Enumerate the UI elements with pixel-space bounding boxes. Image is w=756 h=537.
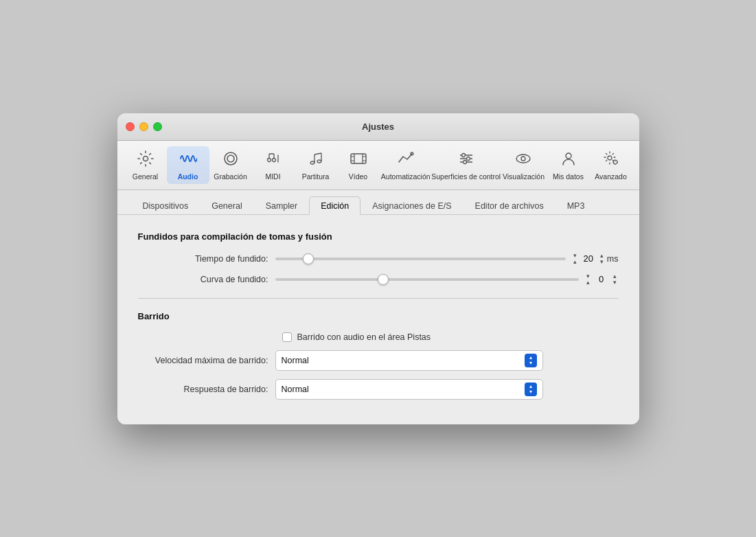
- window-controls: [126, 122, 162, 131]
- svg-rect-14: [351, 154, 366, 163]
- svg-point-27: [463, 160, 466, 163]
- toolbar-avanzado[interactable]: Avanzado: [590, 146, 632, 184]
- tab-editor[interactable]: Editor de archivos: [463, 196, 555, 215]
- tiempo-unit: ms: [607, 254, 619, 264]
- toolbar-avanzado-label: Avanzado: [595, 172, 627, 181]
- respuesta-arrow-down: ▾: [529, 389, 532, 395]
- respuesta-label: Respuesta de barrido:: [138, 385, 268, 394]
- toolbar-grabacion-label: Grabación: [214, 172, 247, 181]
- tiempo-value: 20: [580, 253, 597, 264]
- svg-point-9: [310, 161, 314, 164]
- toolbar-general-label: General: [133, 172, 158, 181]
- curva-down-btn[interactable]: ▾: [611, 279, 619, 286]
- toolbar-superficies[interactable]: Superficies de control: [432, 146, 500, 184]
- velocidad-arrow-down: ▾: [529, 361, 532, 366]
- minimize-button[interactable]: [139, 122, 148, 131]
- curva-arrows: ▾ ▴: [584, 273, 592, 286]
- curva-row: Curva de fundido: ▾ ▴ 0 ▴ ▾: [138, 273, 619, 286]
- svg-point-25: [461, 153, 465, 157]
- toolbar-visualizacion[interactable]: Visualización: [500, 146, 547, 184]
- toolbar-automatizacion-label: Automatización: [381, 172, 431, 181]
- close-button[interactable]: [126, 122, 135, 131]
- tab-edicion[interactable]: Edición: [309, 196, 360, 215]
- tab-asignaciones[interactable]: Asignaciones de E/S: [360, 196, 463, 215]
- content-area: Fundidos para compilación de tomas y fus…: [117, 215, 639, 424]
- velocidad-label: Velocidad máxima de barrido:: [138, 356, 268, 365]
- toolbar-partitura-label: Partitura: [302, 172, 330, 181]
- maximize-button[interactable]: [153, 122, 162, 131]
- curva-slider-container: ▾ ▴ 0 ▴ ▾: [275, 273, 619, 286]
- barrido-checkbox-label: Barrido con audio en el área Pistas: [297, 332, 431, 342]
- toolbar-grabacion[interactable]: Grabación: [209, 146, 252, 184]
- toolbar-misdatos[interactable]: Mis datos: [547, 146, 590, 184]
- barrido-checkbox[interactable]: [282, 332, 292, 342]
- velocidad-select-value: Normal: [282, 356, 525, 365]
- title-bar: Ajustes: [117, 113, 639, 141]
- toolbar-audio-label: Audio: [178, 172, 198, 181]
- toolbar-midi[interactable]: MIDI: [252, 146, 295, 184]
- tiempo-spinner: ▾ ▴ 20 ▴ ▾ ms: [571, 253, 619, 265]
- film-icon: [350, 150, 367, 170]
- eye-icon: [514, 150, 532, 170]
- record-icon: [222, 150, 240, 170]
- tiempo-slider-container: ▾ ▴ 20 ▴ ▾ ms: [275, 253, 619, 265]
- curva-value: 0: [593, 274, 610, 284]
- velocidad-select-arrows[interactable]: ▴ ▾: [525, 354, 537, 367]
- tiempo-slider[interactable]: [275, 258, 566, 260]
- gear-advanced-icon: [602, 150, 620, 170]
- svg-point-30: [566, 153, 571, 159]
- fundidos-section-title: Fundidos para compilación de tomas y fus…: [138, 231, 619, 242]
- tab-general[interactable]: General: [200, 196, 253, 215]
- toolbar-automatizacion[interactable]: Automatización: [380, 146, 432, 184]
- svg-point-1: [225, 152, 237, 165]
- settings-window: Ajustes General Audio: [117, 113, 639, 424]
- toolbar: General Audio Grabación: [117, 141, 639, 190]
- section-divider: [138, 298, 619, 299]
- svg-point-10: [317, 160, 321, 163]
- tab-sampler[interactable]: Sampler: [254, 196, 310, 215]
- velocidad-select[interactable]: Normal ▴ ▾: [275, 350, 543, 371]
- waveform-icon: [179, 150, 197, 170]
- toolbar-video[interactable]: Vídeo: [337, 146, 380, 184]
- midi-icon: [264, 150, 282, 170]
- auto-icon: [397, 150, 415, 170]
- notes-icon: [307, 150, 325, 170]
- tiempo-label: Tiempo de fundido:: [138, 254, 268, 264]
- tiempo-row: Tiempo de fundido: ▾ ▴ 20 ▴ ▾ ms: [138, 253, 619, 265]
- tiempo-arrows2: ▴ ▾: [598, 253, 606, 265]
- toolbar-visualizacion-label: Visualización: [503, 172, 545, 181]
- curva-slider[interactable]: [275, 278, 579, 281]
- tab-mp3[interactable]: MP3: [555, 196, 597, 215]
- toolbar-video-label: Vídeo: [349, 172, 367, 181]
- svg-point-31: [608, 156, 612, 160]
- tab-dispositivos[interactable]: Dispositivos: [131, 196, 201, 215]
- person-icon: [560, 150, 577, 170]
- velocidad-row: Velocidad máxima de barrido: Normal ▴ ▾: [138, 350, 619, 371]
- svg-line-13: [314, 153, 321, 155]
- svg-point-26: [466, 157, 470, 160]
- svg-point-0: [143, 156, 148, 161]
- checkbox-row: Barrido con audio en el área Pistas: [138, 332, 619, 342]
- toolbar-partitura[interactable]: Partitura: [295, 146, 337, 184]
- respuesta-select-value: Normal: [282, 385, 525, 394]
- gear-icon: [137, 150, 154, 170]
- respuesta-select-arrows[interactable]: ▴ ▾: [525, 382, 537, 396]
- sliders-icon: [457, 150, 475, 170]
- svg-point-3: [267, 158, 271, 161]
- svg-point-4: [272, 158, 275, 161]
- toolbar-general[interactable]: General: [124, 146, 167, 184]
- tiempo-up-arrow[interactable]: ▴: [571, 259, 579, 265]
- toolbar-audio[interactable]: Audio: [167, 146, 209, 184]
- tiempo-down-btn[interactable]: ▾: [598, 259, 606, 265]
- toolbar-misdatos-label: Mis datos: [553, 172, 584, 181]
- toolbar-midi-label: MIDI: [265, 172, 280, 181]
- curva-spinner: ▾ ▴ 0 ▴ ▾: [584, 273, 619, 286]
- window-title: Ajustes: [362, 122, 394, 132]
- tabs-row: Dispositivos General Sampler Edición Asi…: [117, 190, 639, 215]
- respuesta-select[interactable]: Normal ▴ ▾: [275, 379, 543, 400]
- barrido-section-title: Barrido: [138, 311, 619, 321]
- curva-up-arrow[interactable]: ▴: [584, 279, 592, 286]
- curva-arrows2: ▴ ▾: [611, 273, 619, 286]
- svg-point-29: [521, 157, 525, 161]
- curva-label: Curva de fundido:: [138, 275, 268, 284]
